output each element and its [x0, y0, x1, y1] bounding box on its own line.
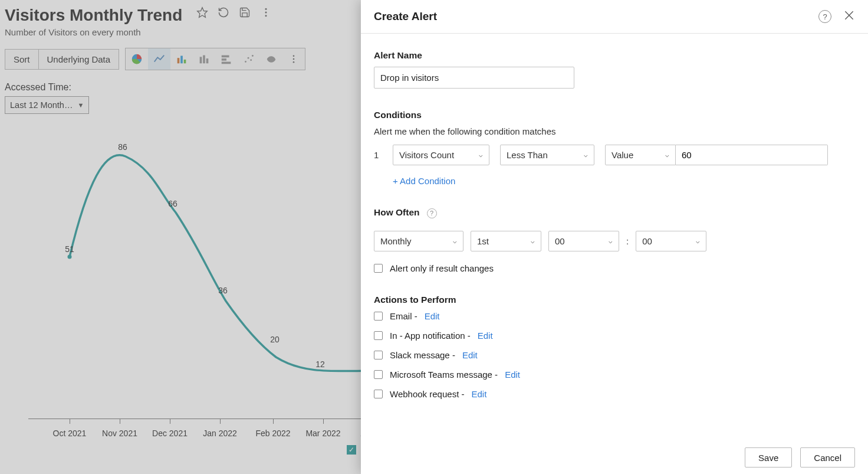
map-icon[interactable] — [260, 48, 282, 70]
data-label: 51 — [65, 244, 74, 254]
more-vert-icon[interactable] — [259, 6, 272, 19]
hour-select[interactable]: 00 ⌵ — [548, 231, 619, 251]
underlying-data-button[interactable]: Underlying Data — [38, 49, 120, 70]
x-label: Dec 2021 — [152, 429, 188, 438]
svg-point-16 — [252, 55, 254, 57]
svg-point-19 — [293, 61, 295, 63]
horizontal-bar-icon[interactable] — [215, 48, 238, 70]
svg-point-1 — [265, 8, 267, 10]
bar-chart-icon[interactable] — [170, 48, 193, 70]
chevron-down-icon: ▼ — [77, 102, 84, 109]
cancel-button[interactable]: Cancel — [800, 447, 855, 468]
action-inapp-checkbox[interactable] — [374, 331, 383, 340]
refresh-icon[interactable] — [217, 6, 230, 19]
chevron-down-icon: ⌵ — [584, 151, 588, 159]
action-slack-edit[interactable]: Edit — [462, 350, 478, 360]
close-icon[interactable] — [843, 9, 855, 24]
action-email-label: Email - — [390, 311, 417, 321]
frequency-select[interactable]: Monthly ⌵ — [374, 231, 463, 251]
save-button[interactable]: Save — [745, 447, 792, 468]
alert-name-input[interactable] — [374, 67, 574, 89]
help-inline-icon[interactable]: ? — [427, 208, 437, 218]
action-inapp-label: In - App notification - — [390, 331, 471, 341]
x-label: Jan 2022 — [203, 429, 237, 438]
sort-button[interactable]: Sort — [5, 49, 38, 70]
data-label: 20 — [270, 335, 280, 344]
svg-rect-4 — [177, 58, 180, 63]
condition-value-type-select[interactable]: Value ⌵ — [605, 145, 676, 165]
report-title: Visitors Monthly Trend — [5, 6, 182, 24]
only-if-changes-checkbox[interactable] — [374, 264, 383, 273]
x-label: Oct 2021 — [53, 429, 87, 438]
x-label: Mar 2022 — [305, 429, 340, 438]
chevron-down-icon: ⌵ — [453, 237, 457, 245]
condition-field-select[interactable]: Visitors Count ⌵ — [393, 145, 489, 165]
stacked-bar-icon[interactable] — [193, 48, 215, 70]
star-icon[interactable] — [196, 6, 209, 19]
pie-chart-icon[interactable] — [126, 48, 148, 70]
svg-point-13 — [245, 61, 246, 63]
action-inapp-edit[interactable]: Edit — [478, 331, 493, 341]
chevron-down-icon: ⌵ — [479, 151, 483, 159]
action-webhook-label: Webhook request - — [390, 389, 464, 399]
condition-operator-select[interactable]: Less Than ⌵ — [500, 145, 594, 165]
line-chart-icon[interactable] — [148, 48, 170, 70]
action-slack-label: Slack message - — [390, 350, 455, 360]
svg-marker-0 — [197, 8, 207, 18]
add-condition-link[interactable]: + Add Condition — [393, 176, 855, 186]
chart-more-icon[interactable] — [282, 48, 305, 70]
svg-rect-8 — [203, 55, 205, 64]
actions-label: Actions to Perform — [374, 295, 855, 305]
action-webhook-edit[interactable]: Edit — [471, 389, 486, 399]
chevron-down-icon: ⌵ — [609, 237, 613, 245]
action-email-edit[interactable]: Edit — [425, 311, 440, 321]
help-icon[interactable]: ? — [818, 10, 831, 23]
svg-point-3 — [265, 15, 267, 17]
action-teams-checkbox[interactable] — [374, 370, 383, 379]
svg-rect-11 — [222, 58, 226, 61]
action-slack-checkbox[interactable] — [374, 351, 383, 359]
time-filter-value: Last 12 Month… — [10, 100, 73, 110]
svg-rect-7 — [200, 57, 202, 63]
action-email-checkbox[interactable] — [374, 312, 383, 321]
svg-point-15 — [250, 59, 252, 61]
data-label: 66 — [168, 199, 177, 208]
svg-point-2 — [265, 12, 267, 14]
x-label: Feb 2022 — [255, 429, 290, 438]
time-separator: : — [626, 236, 629, 246]
data-label: 12 — [315, 359, 325, 369]
alert-name-label: Alert Name — [374, 50, 855, 61]
svg-rect-6 — [184, 60, 186, 63]
visitors-line-chart: 51 86 66 36 20 12 Oct 2021 Nov 2021 Dec … — [28, 136, 370, 455]
panel-title: Create Alert — [374, 10, 437, 23]
svg-rect-5 — [180, 56, 183, 64]
data-label: 86 — [118, 142, 127, 152]
svg-rect-9 — [206, 58, 209, 63]
data-label: 36 — [218, 286, 228, 295]
create-alert-panel: Create Alert ? Alert Name Conditions Ale… — [361, 0, 868, 474]
scatter-icon[interactable] — [238, 48, 260, 70]
day-select[interactable]: 1st ⌵ — [471, 231, 541, 251]
svg-rect-10 — [222, 55, 229, 58]
chart-line — [28, 136, 370, 419]
minute-select[interactable]: 00 ⌵ — [636, 231, 706, 251]
conditions-subtext: Alert me when the following condition ma… — [374, 126, 855, 136]
svg-point-18 — [293, 58, 295, 60]
x-label: Nov 2021 — [102, 429, 137, 438]
how-often-label: How Often — [374, 207, 420, 218]
chevron-down-icon: ⌵ — [665, 151, 669, 159]
only-if-changes-label: Alert only if result changes — [390, 263, 494, 273]
legend-check-icon[interactable]: ✓ — [347, 445, 356, 455]
time-filter-select[interactable]: Last 12 Month… ▼ — [5, 96, 89, 114]
conditions-label: Conditions — [374, 110, 855, 120]
condition-index: 1 — [374, 150, 382, 160]
svg-rect-12 — [222, 62, 231, 64]
svg-point-20 — [68, 255, 72, 259]
condition-value-input[interactable] — [676, 145, 828, 165]
action-teams-label: Microsoft Teams message - — [390, 370, 498, 380]
chevron-down-icon: ⌵ — [696, 237, 700, 245]
action-webhook-checkbox[interactable] — [374, 390, 383, 398]
chevron-down-icon: ⌵ — [531, 237, 535, 245]
save-icon[interactable] — [238, 6, 251, 19]
action-teams-edit[interactable]: Edit — [505, 370, 520, 380]
